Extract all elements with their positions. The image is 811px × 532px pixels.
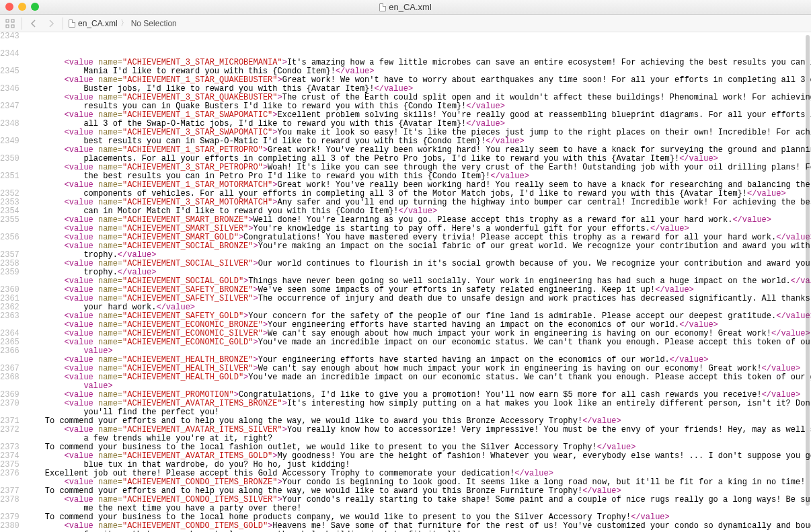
line-gutter: 2343234423452346234723482349235023512352… (0, 32, 23, 531)
window-titlebar: en_CA.xml (0, 0, 811, 15)
separator (63, 17, 63, 30)
document-icon (69, 20, 75, 28)
related-items-button[interactable] (4, 17, 16, 30)
minimize-icon[interactable] (18, 3, 26, 11)
window-title: en_CA.xml (379, 2, 432, 12)
svg-rect-1 (11, 20, 14, 22)
svg-rect-0 (6, 20, 9, 22)
code-editor[interactable]: 2343234423452346234723482349235023512352… (0, 32, 811, 532)
svg-rect-3 (11, 25, 14, 28)
traffic-lights[interactable] (5, 3, 39, 11)
zoom-icon[interactable] (31, 3, 39, 11)
back-button[interactable] (28, 17, 40, 30)
svg-rect-2 (6, 25, 9, 28)
code-content[interactable]: <value name="ACHIEVEMENT_3_STAR_MICROBEM… (26, 59, 811, 532)
breadcrumb-selection[interactable]: No Selection (131, 19, 177, 28)
separator (22, 17, 22, 30)
chevron-right-icon: 〉 (120, 17, 128, 29)
document-icon (379, 3, 386, 11)
breadcrumb-file[interactable]: en_CA.xml (78, 19, 118, 28)
forward-button[interactable] (45, 17, 57, 30)
breadcrumb[interactable]: en_CA.xml 〉 No Selection (69, 17, 177, 29)
toolbar: en_CA.xml 〉 No Selection (0, 15, 811, 32)
close-icon[interactable] (5, 3, 13, 11)
scrollbar-thumb[interactable] (806, 35, 810, 506)
title-text: en_CA.xml (389, 2, 432, 12)
